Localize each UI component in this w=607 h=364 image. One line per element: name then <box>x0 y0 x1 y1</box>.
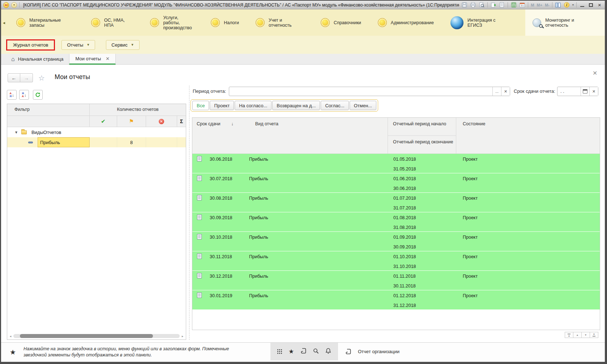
forward-button[interactable]: → <box>20 73 33 82</box>
report-row[interactable]: 30.07.2018Прибыль01.06.201830.06.2018Про… <box>192 173 600 193</box>
split-window-icon[interactable] <box>555 2 561 8</box>
report-row[interactable]: 30.01.2019Прибыль01.12.201831.12.2018Про… <box>192 290 600 310</box>
column-report-type[interactable]: Вид отчета <box>255 121 278 126</box>
flagged-count-column[interactable]: ⚑ <box>117 116 146 127</box>
tab-close-icon[interactable]: ✕ <box>106 56 110 61</box>
period-start-cell: 01.08.2018 <box>388 212 456 220</box>
deadline-input-group: . . ✕ <box>557 87 598 96</box>
report-row[interactable]: 30.11.2018Прибыль01.10.201831.10.2018Про… <box>192 251 600 271</box>
deadline-calendar-button[interactable] <box>581 87 589 96</box>
print-preview-icon[interactable] <box>479 2 485 8</box>
reports-menu-button[interactable]: Отчеты▼ <box>61 40 95 50</box>
function-menu-icon[interactable] <box>277 349 282 354</box>
info-dropdown-icon[interactable]: ▾ <box>572 3 574 6</box>
deadline-input[interactable]: . . <box>557 87 581 96</box>
status-filter-button[interactable]: Отмен... <box>350 101 376 110</box>
tab-home-label: Начальная страница <box>18 56 64 62</box>
ribbon-tab-label: Услуги, работы, производство <box>163 15 194 30</box>
close-view-button[interactable]: ✕ <box>593 70 597 77</box>
report-row[interactable]: 30.08.2018Прибыль01.07.201831.07.2018Про… <box>192 193 600 212</box>
go-down-button[interactable]: ▼ <box>581 332 590 338</box>
notifications-icon[interactable] <box>325 348 331 355</box>
back-button[interactable]: ← <box>8 73 20 82</box>
save-icon[interactable] <box>461 2 467 8</box>
status-filter-button[interactable]: На согласо... <box>235 101 272 110</box>
ribbon-section-tab[interactable]: ОС, НМА, НПА <box>91 9 133 36</box>
status-filter-button[interactable]: Соглас... <box>321 101 349 110</box>
ribbon-section-tab[interactable]: Справочники <box>321 9 361 36</box>
close-button[interactable]: × <box>597 2 603 8</box>
scrollbar-thumb[interactable] <box>20 334 153 338</box>
period-start-cell: 01.06.2018 <box>388 173 456 181</box>
rejected-count-column[interactable]: ✕ <box>146 116 177 127</box>
report-row[interactable]: 30.12.2018Прибыль01.11.201830.11.2018Про… <box>192 271 600 290</box>
memory-subtract-button[interactable]: M- <box>545 3 550 7</box>
svg-text:31: 31 <box>521 4 524 7</box>
minimize-button[interactable] <box>579 2 585 8</box>
document-icon <box>197 273 202 280</box>
refresh-button[interactable] <box>33 90 43 100</box>
column-period-start[interactable]: Отчетный период начало <box>388 118 456 136</box>
system-menu-button[interactable]: ▾ <box>11 2 17 8</box>
document-list-icon[interactable] <box>499 2 505 8</box>
tree-node-label: ВидыОтчетов <box>31 130 61 135</box>
go-up-button[interactable]: ▲ <box>573 332 582 338</box>
favorites-icon[interactable]: ★ <box>288 348 294 355</box>
ribbon-section-tab[interactable]: Интеграция с ЕГИСЗ <box>450 9 509 36</box>
scroll-left-icon[interactable]: ◂ <box>8 334 13 338</box>
period-clear-button[interactable]: ✕ <box>501 87 510 96</box>
status-filter-button[interactable]: Проект <box>210 101 234 110</box>
column-state[interactable]: Состояние <box>456 118 600 154</box>
print-icon[interactable] <box>470 2 476 8</box>
search-icon[interactable] <box>313 348 319 355</box>
calendar-icon[interactable]: 31 <box>519 2 525 8</box>
go-last-button[interactable]: ▼ <box>590 332 598 338</box>
filter-column-header[interactable]: Фильтр <box>7 104 90 116</box>
tree-item-profit[interactable]: Прибыль 8 <box>7 137 186 147</box>
favorite-star-icon[interactable]: ☆ <box>38 74 45 82</box>
status-filter-button[interactable]: Все <box>192 101 209 110</box>
horizontal-scrollbar[interactable]: ◂ ▸ <box>8 334 185 338</box>
column-deadline[interactable]: Срок сдачи <box>197 121 221 126</box>
status-filter-button[interactable]: Возвращен на д... <box>272 101 320 110</box>
report-count-header[interactable]: Количество отчетов <box>90 104 186 116</box>
report-row[interactable]: 30.09.2018Прибыль01.08.201831.08.2018Про… <box>192 212 600 232</box>
ribbon-section-tab[interactable]: Услуги, работы, производство <box>150 9 194 36</box>
total-count-column[interactable]: Σ <box>177 116 186 127</box>
memory-recall-button[interactable]: M <box>531 3 534 7</box>
scroll-right-icon[interactable]: ▸ <box>180 334 185 338</box>
report-journal-button[interactable]: Журнал отчетов <box>6 39 55 51</box>
calculator-icon[interactable] <box>510 2 517 8</box>
service-menu-button[interactable]: Сервис▼ <box>106 40 139 50</box>
ribbon-section-tab[interactable]: Учет и отчетность <box>256 9 304 36</box>
ribbon-section-tab[interactable]: Материальные запасы <box>16 9 74 36</box>
tab-home[interactable]: ⌂ Начальная страница <box>5 54 69 64</box>
go-first-button[interactable]: ▲ <box>565 332 573 338</box>
history-icon[interactable] <box>300 348 307 355</box>
report-row[interactable]: 30.06.2018Прибыль01.05.201831.05.2018Про… <box>192 154 600 173</box>
column-period-end[interactable]: Отчетный период окончание <box>388 136 456 154</box>
ribbon-section-tab[interactable]: Налоги <box>211 9 239 36</box>
post-document-icon[interactable] <box>490 2 496 8</box>
report-row[interactable]: 30.10.2018Прибыль01.09.201830.09.2018Про… <box>192 232 600 251</box>
period-input[interactable] <box>229 87 492 96</box>
info-icon[interactable]: i <box>564 2 570 8</box>
maximize-button[interactable] <box>588 2 594 8</box>
approved-count-column[interactable]: ✔ <box>90 116 117 127</box>
panel-splitter[interactable] <box>189 86 189 340</box>
period-picker-button[interactable]: ... <box>492 87 501 96</box>
selected-cell[interactable]: Прибыль <box>38 137 90 147</box>
deadline-clear-button[interactable]: ✕ <box>589 87 598 96</box>
recent-item[interactable]: Отчет организации <box>345 343 399 360</box>
sort-descending-button[interactable]: ЯА ↓ <box>19 90 29 100</box>
ribbon-scroll-left-icon[interactable]: ◂ <box>1 9 7 36</box>
tree-expand-icon[interactable]: ▼ <box>14 130 18 134</box>
ribbon-tab-label: Администрирование <box>391 20 434 25</box>
tab-my-reports[interactable]: Мои отчеты ✕ <box>69 54 116 65</box>
sort-ascending-button[interactable]: АЯ ↓ <box>7 90 17 100</box>
tree-node-report-kinds[interactable]: ▼ ВидыОтчетов <box>7 127 186 137</box>
tools-dock: ★ <box>270 343 338 360</box>
ribbon-section-tab[interactable]: Администрирование <box>378 9 434 36</box>
memory-add-button[interactable]: M+ <box>537 3 543 7</box>
ribbon-section-tab[interactable]: Мониторинг и отчетность <box>525 9 605 36</box>
